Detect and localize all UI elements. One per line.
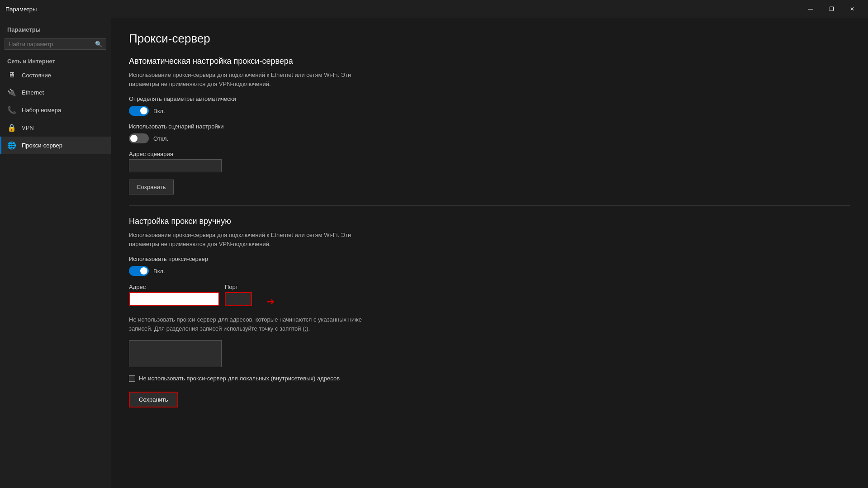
sidebar-item-dialup[interactable]: 📞 Набор номера <box>0 101 111 119</box>
use-script-toggle-row: Откл. <box>129 133 850 143</box>
minimize-button[interactable]: — <box>800 0 821 18</box>
proxy-icon: 🌐 <box>7 141 16 150</box>
port-label: Порт <box>225 284 252 290</box>
use-script-toggle-label: Откл. <box>153 135 168 142</box>
auto-detect-toggle-label: Вкл. <box>153 108 165 114</box>
address-label: Адрес <box>129 284 219 290</box>
arrow-right-icon: ➜ <box>266 296 275 308</box>
bottom-save-container: ➜ Сохранить <box>129 392 178 407</box>
script-addr-label: Адрес сценария <box>129 151 850 157</box>
settings-window: Параметры — ❐ ✕ Параметры 🔍 Сеть и Интер… <box>0 0 868 488</box>
address-field-group: Адрес <box>129 284 219 306</box>
auto-detect-toggle-knob <box>140 107 147 114</box>
use-script-label: Использовать сценарий настройки <box>129 123 850 130</box>
use-script-toggle[interactable] <box>129 133 149 143</box>
exceptions-group <box>129 340 850 367</box>
ethernet-icon: 🔌 <box>7 88 16 97</box>
sidebar-item-label-ethernet: Ethernet <box>22 89 44 96</box>
dialup-icon: 📞 <box>7 106 16 114</box>
port-input[interactable] <box>225 292 252 306</box>
sidebar-main-title: Параметры <box>0 22 111 35</box>
use-proxy-label: Использовать прокси-сервер <box>129 256 850 262</box>
content-area: Параметры 🔍 Сеть и Интернет 🖥 Состояние … <box>0 18 868 488</box>
titlebar-title: Параметры <box>5 6 37 13</box>
local-bypass-label: Не использовать прокси-сервер для локаль… <box>139 374 340 383</box>
sidebar-item-ethernet[interactable]: 🔌 Ethernet <box>0 84 111 101</box>
auto-section-title: Автоматическая настройка прокси-сервера <box>129 57 850 66</box>
addr-port-container: ➜ Адрес Порт ➜ <box>129 284 252 313</box>
close-button[interactable]: ✕ <box>842 0 863 18</box>
local-bypass-checkbox[interactable] <box>129 375 135 382</box>
restore-button[interactable]: ❐ <box>821 0 842 18</box>
page-title: Прокси-сервер <box>129 32 850 46</box>
port-field-group: Порт ➜ <box>225 284 252 306</box>
search-icon: 🔍 <box>95 41 102 47</box>
vpn-icon: 🔒 <box>7 123 16 132</box>
search-box[interactable]: 🔍 <box>5 38 106 50</box>
sidebar-item-status[interactable]: 🖥 Состояние <box>0 66 111 84</box>
manual-save-button[interactable]: Сохранить <box>129 392 178 407</box>
use-proxy-toggle-row: Вкл. <box>129 266 850 276</box>
auto-save-button[interactable]: Сохранить <box>129 180 174 194</box>
addr-port-row: Адрес Порт ➜ <box>129 284 252 306</box>
sidebar-item-label-dialup: Набор номера <box>22 107 61 114</box>
exceptions-input[interactable] <box>129 340 222 367</box>
sidebar-item-vpn[interactable]: 🔒 VPN <box>0 119 111 137</box>
address-input[interactable] <box>129 292 219 306</box>
status-icon: 🖥 <box>7 71 16 79</box>
auto-detect-toggle-row: Вкл. <box>129 106 850 116</box>
script-addr-group: Адрес сценария <box>129 151 850 172</box>
sidebar-section-title: Сеть и Интернет <box>0 53 111 66</box>
sidebar-item-label-status: Состояние <box>22 72 51 79</box>
sidebar: Параметры 🔍 Сеть и Интернет 🖥 Состояние … <box>0 18 111 488</box>
use-proxy-toggle-knob <box>140 267 147 275</box>
main-content: Прокси-сервер Автоматическая настройка п… <box>111 18 868 488</box>
sidebar-item-label-vpn: VPN <box>22 124 34 131</box>
titlebar-controls: — ❐ ✕ <box>800 0 863 18</box>
use-script-toggle-knob <box>130 135 138 142</box>
manual-section-title: Настройка прокси вручную <box>129 217 850 226</box>
search-input[interactable] <box>9 41 95 47</box>
sidebar-item-label-proxy: Прокси-сервер <box>22 142 62 149</box>
use-proxy-toggle[interactable] <box>129 266 149 276</box>
use-proxy-toggle-label: Вкл. <box>153 268 165 275</box>
auto-section-desc: Использование прокси-сервера для подключ… <box>129 71 382 88</box>
local-bypass-row: Не использовать прокси-сервер для локаль… <box>129 374 850 383</box>
titlebar: Параметры — ❐ ✕ <box>0 0 868 18</box>
section-divider <box>129 205 850 206</box>
exceptions-desc: Не использовать прокси-сервер для адресо… <box>129 315 382 333</box>
sidebar-item-proxy[interactable]: 🌐 Прокси-сервер <box>0 137 111 154</box>
manual-section-desc: Использование прокси-сервера для подключ… <box>129 231 382 248</box>
auto-detect-toggle[interactable] <box>129 106 149 116</box>
script-addr-input[interactable] <box>129 159 222 172</box>
auto-detect-label: Определять параметры автоматически <box>129 95 850 102</box>
